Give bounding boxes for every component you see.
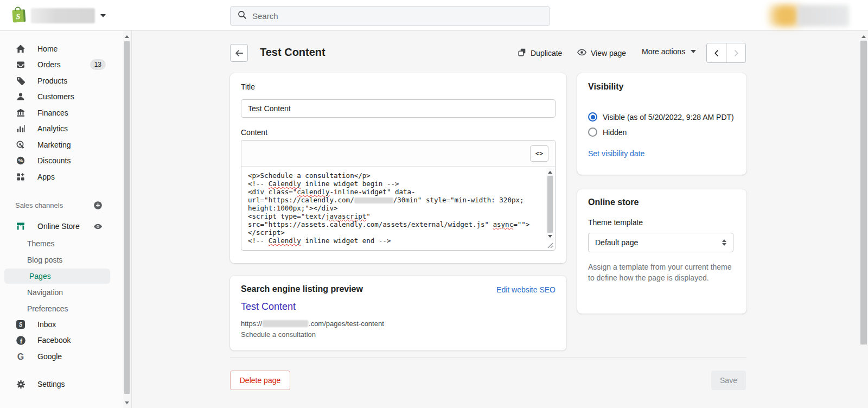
- sidebar-scrollbar-thumb[interactable]: [124, 41, 130, 394]
- topbar: S: [0, 0, 868, 31]
- delete-page-button[interactable]: Delete page: [230, 371, 290, 390]
- sidebar-item-customers[interactable]: Customers: [0, 89, 123, 105]
- seo-preview-card: Search engine listing preview Edit websi…: [230, 276, 566, 350]
- sidebar-item-settings[interactable]: Settings: [0, 376, 123, 392]
- edit-website-seo-link[interactable]: Edit website SEO: [496, 285, 556, 294]
- set-visibility-date-link[interactable]: Set visibility date: [588, 149, 644, 158]
- sidebar-item-finances[interactable]: Finances: [0, 105, 123, 121]
- seo-preview-description: Schedule a consultation: [241, 330, 316, 339]
- sidebar: Home Orders 13 Products Customers Financ…: [0, 31, 132, 408]
- sidebar-item-online-store[interactable]: Online Store: [0, 218, 123, 234]
- save-button-disabled[interactable]: Save: [711, 371, 746, 390]
- editor-toolbar: <>: [241, 141, 555, 167]
- sidebar-item-apps[interactable]: Apps: [0, 169, 123, 185]
- sidebar-item-products[interactable]: Products: [0, 73, 123, 89]
- sidebar-scrollbar[interactable]: [123, 31, 131, 408]
- scroll-up-arrow[interactable]: [859, 32, 868, 41]
- content-code-lines[interactable]: <p>Schedule a consultation</p><!-- Calen…: [241, 167, 555, 250]
- content-editor: <> <p>Schedule a consultation</p><!-- Ca…: [241, 140, 556, 251]
- add-sales-channel-button[interactable]: [92, 200, 103, 211]
- previous-page-button[interactable]: [707, 43, 726, 62]
- sidebar-item-preferences[interactable]: Preferences: [0, 301, 123, 317]
- shopify-logo-icon: S: [10, 5, 27, 27]
- editor-scrollbar-thumb[interactable]: [547, 176, 553, 233]
- view-page-button[interactable]: View page: [577, 47, 626, 59]
- sidebar-item-blog-posts[interactable]: Blog posts: [0, 252, 123, 268]
- chevron-right-icon: [732, 49, 741, 58]
- sidebar-item-orders[interactable]: Orders 13: [0, 57, 123, 73]
- redacted-text: [354, 197, 393, 203]
- page-title: Test Content: [260, 46, 326, 59]
- main-content: Test Content Duplicate View page More ac…: [132, 31, 868, 408]
- online-store-heading: Online store: [588, 197, 639, 207]
- user-menu[interactable]: [768, 3, 849, 28]
- page-scrollbar[interactable]: [859, 31, 868, 408]
- sidebar-item-themes[interactable]: Themes: [0, 235, 123, 252]
- scroll-up-arrow[interactable]: [546, 168, 554, 176]
- avatar: [768, 4, 801, 27]
- google-icon: G: [15, 351, 26, 362]
- sidebar-item-pages[interactable]: Pages: [0, 268, 123, 284]
- radio-selected-icon[interactable]: [588, 112, 597, 122]
- sidebar-item-label: Settings: [37, 380, 65, 388]
- sidebar-item-label: Finances: [37, 109, 68, 117]
- sidebar-item-label: Discounts: [37, 156, 71, 165]
- user-name-redacted: [797, 5, 849, 27]
- sidebar-item-label: Customers: [37, 92, 74, 101]
- store-switcher[interactable]: S: [10, 6, 106, 25]
- sidebar-item-navigation[interactable]: Navigation: [0, 284, 123, 301]
- next-page-button-disabled[interactable]: [726, 43, 746, 62]
- sidebar-item-label: Facebook: [37, 336, 71, 345]
- hidden-radio-option[interactable]: Hidden: [588, 127, 627, 137]
- marketing-icon: [15, 139, 26, 150]
- scroll-down-arrow[interactable]: [123, 398, 131, 407]
- visibility-heading: Visibility: [588, 82, 624, 92]
- inbox-app-icon: S: [15, 319, 26, 330]
- sidebar-item-analytics[interactable]: Analytics: [0, 121, 123, 137]
- more-actions-button[interactable]: More actions: [642, 47, 696, 56]
- duplicate-button[interactable]: Duplicate: [517, 47, 562, 59]
- sidebar-item-label: Orders: [37, 60, 61, 69]
- seo-preview-title[interactable]: Test Content: [241, 301, 296, 313]
- gear-icon: [15, 379, 26, 390]
- sidebar-item-facebook[interactable]: f Facebook: [0, 333, 123, 349]
- radio-unselected-icon[interactable]: [588, 127, 597, 137]
- selected-template-value: Default page: [595, 238, 638, 247]
- finances-bank-icon: [15, 107, 26, 118]
- title-input[interactable]: [241, 99, 556, 118]
- editor-scrollbar[interactable]: [546, 168, 554, 240]
- facebook-icon: f: [15, 335, 26, 346]
- svg-text:%: %: [18, 158, 23, 164]
- home-icon: [15, 43, 26, 54]
- sidebar-item-inbox[interactable]: S Inbox: [0, 316, 123, 333]
- pagination: [706, 43, 746, 63]
- discounts-icon: %: [15, 155, 26, 166]
- resize-grip[interactable]: [546, 241, 554, 250]
- page-scrollbar-thumb[interactable]: [860, 41, 867, 345]
- sidebar-item-label: Products: [37, 76, 67, 85]
- scroll-down-arrow[interactable]: [546, 232, 554, 240]
- theme-template-label: Theme template: [588, 218, 643, 227]
- orders-count-badge: 13: [90, 59, 106, 70]
- sidebar-item-home[interactable]: Home: [0, 41, 123, 57]
- store-caret-icon: [100, 14, 106, 17]
- show-html-button[interactable]: <>: [530, 145, 548, 162]
- online-store-icon: [15, 221, 26, 232]
- shopify-admin: S Home: [0, 0, 868, 408]
- view-online-store-eye-icon[interactable]: [92, 221, 103, 232]
- sales-channels-header: Sales channels: [0, 199, 123, 212]
- chevron-down-icon: [691, 50, 696, 53]
- svg-text:S: S: [16, 12, 21, 21]
- back-button[interactable]: [230, 44, 248, 62]
- visible-radio-option[interactable]: Visible (as of 5/20/2022, 9:28 AM PDT): [588, 112, 734, 122]
- sidebar-item-marketing[interactable]: Marketing: [0, 137, 123, 153]
- select-updown-icon: [722, 239, 726, 246]
- sidebar-item-discounts[interactable]: % Discounts: [0, 153, 123, 169]
- sidebar-item-google[interactable]: G Google: [0, 348, 123, 365]
- search-input[interactable]: [252, 11, 524, 21]
- global-search[interactable]: [230, 6, 550, 26]
- seo-preview-url: https://.com/pages/test-content: [241, 320, 384, 328]
- scroll-up-arrow[interactable]: [123, 32, 131, 41]
- sidebar-item-label: Google: [37, 352, 62, 361]
- theme-template-select[interactable]: Default page: [588, 233, 733, 252]
